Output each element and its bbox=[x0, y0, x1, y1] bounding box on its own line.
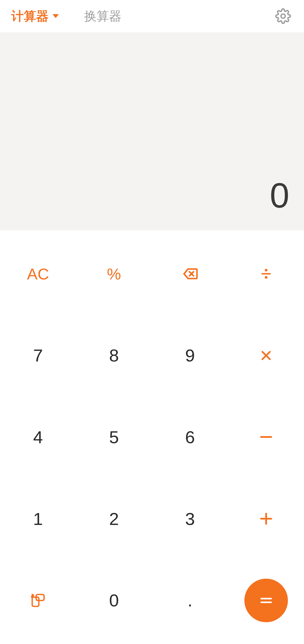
rotate-icon bbox=[30, 593, 46, 608]
decimal-button[interactable]: . bbox=[152, 559, 228, 641]
percent-button[interactable]: % bbox=[76, 233, 152, 315]
tab-converter-label: 换算器 bbox=[84, 8, 121, 25]
tab-converter[interactable]: 换算器 bbox=[84, 8, 121, 25]
gear-icon bbox=[275, 8, 291, 24]
svg-rect-11 bbox=[32, 597, 39, 606]
display-value: 0 bbox=[270, 175, 289, 216]
digit-6-button[interactable]: 6 bbox=[152, 396, 228, 478]
backspace-icon bbox=[182, 266, 198, 282]
svg-rect-4 bbox=[261, 273, 271, 275]
digit-5-button[interactable]: 5 bbox=[76, 396, 152, 478]
digit-2-button[interactable]: 2 bbox=[76, 478, 152, 560]
equals-icon bbox=[259, 593, 273, 608]
digit-9-button[interactable]: 9 bbox=[152, 315, 228, 397]
digit-8-button[interactable]: 8 bbox=[76, 315, 152, 397]
equals-button[interactable] bbox=[244, 579, 288, 622]
tab-calculator[interactable]: 计算器 bbox=[11, 8, 59, 25]
multiply-button[interactable] bbox=[228, 315, 304, 397]
digit-3-button[interactable]: 3 bbox=[152, 478, 228, 560]
plus-button[interactable] bbox=[228, 478, 304, 560]
keypad: AC % 7 8 9 4 5 bbox=[0, 230, 304, 644]
svg-point-3 bbox=[265, 269, 268, 272]
minus-icon bbox=[259, 430, 273, 444]
digit-7-button[interactable]: 7 bbox=[0, 315, 76, 397]
digit-4-button[interactable]: 4 bbox=[0, 396, 76, 478]
chevron-down-icon bbox=[53, 14, 59, 18]
digit-1-button[interactable]: 1 bbox=[0, 478, 76, 560]
divide-button[interactable] bbox=[228, 233, 304, 315]
header: 计算器 换算器 bbox=[0, 0, 304, 32]
svg-point-0 bbox=[281, 14, 285, 18]
backspace-button[interactable] bbox=[152, 233, 228, 315]
digit-0-button[interactable]: 0 bbox=[76, 559, 152, 641]
svg-point-5 bbox=[265, 276, 268, 279]
tab-calculator-label: 计算器 bbox=[11, 8, 49, 25]
settings-button[interactable] bbox=[273, 7, 293, 26]
display-area: 0 bbox=[0, 32, 304, 230]
clear-button[interactable]: AC bbox=[0, 233, 76, 315]
divide-icon bbox=[260, 268, 272, 280]
plus-icon bbox=[259, 512, 273, 525]
minus-button[interactable] bbox=[228, 396, 304, 478]
rotate-button[interactable] bbox=[0, 559, 76, 641]
multiply-icon bbox=[260, 350, 272, 361]
